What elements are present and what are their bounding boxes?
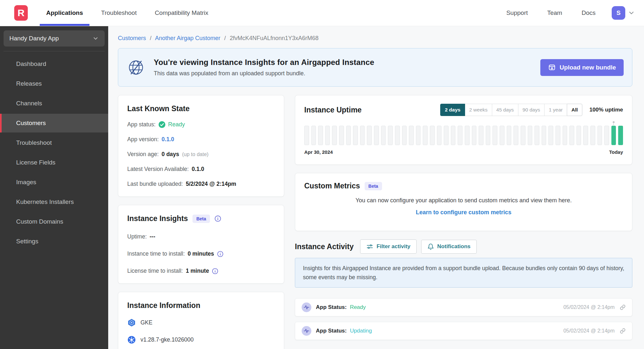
- sidebar-item-customers[interactable]: Customers: [0, 114, 108, 132]
- uptime-bar[interactable]: [514, 126, 518, 145]
- uptime-bar[interactable]: [395, 126, 400, 145]
- app-selector[interactable]: Handy Dandy App: [4, 30, 105, 47]
- uptime-bar[interactable]: [465, 126, 470, 145]
- filter-activity-button[interactable]: Filter activity: [360, 239, 417, 254]
- range-1-year[interactable]: 1 year: [544, 104, 567, 116]
- upload-new-bundle-button[interactable]: Upload new bundle: [540, 59, 624, 76]
- tab-troubleshoot[interactable]: Troubleshoot: [101, 0, 137, 26]
- app-selector-label: Handy Dandy App: [9, 35, 59, 42]
- sidebar-item-channels[interactable]: Channels: [0, 94, 108, 113]
- uptime-bar[interactable]: [402, 126, 407, 145]
- uptime-header: Instance Uptime 2 days 2 weeks 45 days 9…: [304, 104, 623, 116]
- uptime-bar[interactable]: [548, 126, 553, 145]
- content-columns: Last Known State App status: Ready App v…: [118, 95, 632, 349]
- gke-icon: [127, 318, 136, 327]
- breadcrumb-customers[interactable]: Customers: [118, 35, 146, 41]
- range-all[interactable]: All: [567, 104, 582, 116]
- uptime-bar[interactable]: [332, 126, 337, 145]
- uptime-bar[interactable]: [542, 126, 546, 145]
- uptime-bar[interactable]: [388, 126, 393, 145]
- uptime-bar[interactable]: [374, 126, 379, 145]
- beta-badge: Beta: [192, 215, 210, 223]
- uptime-bar[interactable]: [583, 126, 588, 145]
- info-icon[interactable]: [214, 215, 221, 222]
- info-icon[interactable]: [217, 251, 223, 257]
- uptime-bar[interactable]: [563, 126, 567, 145]
- uptime-bar[interactable]: [409, 126, 414, 145]
- uptime-bar[interactable]: [311, 126, 316, 145]
- nav-docs[interactable]: Docs: [582, 9, 596, 16]
- tab-compatibility-matrix[interactable]: Compatibility Matrix: [155, 0, 208, 26]
- tab-applications[interactable]: Applications: [46, 0, 83, 26]
- replicated-logo[interactable]: R: [14, 5, 28, 21]
- sidebar-item-dashboard[interactable]: Dashboard: [0, 55, 108, 73]
- uptime-bar[interactable]: [339, 126, 344, 145]
- uptime-bar[interactable]: [325, 126, 330, 145]
- uptime-bar[interactable]: [346, 126, 351, 145]
- breadcrumb-customer-name[interactable]: Another Airgap Customer: [155, 35, 220, 41]
- uptime-bar[interactable]: [416, 126, 421, 145]
- sidebar-item-license-fields[interactable]: License Fields: [0, 153, 108, 172]
- uptime-bar[interactable]: [569, 126, 574, 145]
- license-install-row: License time to install: 1 minute: [127, 268, 275, 274]
- uptime-axis-labels: Apr 30, 2024 Today: [304, 149, 623, 155]
- nav-team[interactable]: Team: [547, 9, 562, 16]
- uptime-bar[interactable]: [556, 126, 560, 145]
- bell-icon: [427, 243, 434, 250]
- uptime-bar[interactable]: [486, 126, 491, 145]
- uptime-bar[interactable]: [353, 126, 358, 145]
- range-2-days[interactable]: 2 days: [440, 104, 465, 116]
- sidebar-item-settings[interactable]: Settings: [0, 232, 108, 251]
- uptime-bar[interactable]: [458, 126, 462, 145]
- range-90-days[interactable]: 90 days: [518, 104, 545, 116]
- sidebar-item-images[interactable]: Images: [0, 173, 108, 192]
- uptime-bar[interactable]: [423, 126, 428, 145]
- range-45-days[interactable]: 45 days: [492, 104, 518, 116]
- sidebar-item-kubernetes-installers[interactable]: Kubernetes Installers: [0, 193, 108, 211]
- uptime-bar[interactable]: [304, 126, 309, 145]
- activity-row[interactable]: App Status: Updating 05/02/2024 @ 2:14pm: [295, 322, 632, 340]
- permalink-icon[interactable]: [620, 304, 626, 310]
- sidebar-item-custom-domains[interactable]: Custom Domains: [0, 212, 108, 231]
- activity-row[interactable]: App Status: Ready 05/02/2024 @ 2:14pm: [295, 298, 632, 316]
- permalink-icon[interactable]: [620, 328, 626, 334]
- uptime-bar[interactable]: [528, 126, 533, 145]
- range-2-weeks[interactable]: 2 weeks: [465, 104, 492, 116]
- uptime-bar[interactable]: [318, 126, 323, 145]
- uptime-bar[interactable]: [535, 126, 539, 145]
- nav-support[interactable]: Support: [506, 9, 528, 16]
- uptime-bar[interactable]: [451, 126, 456, 145]
- uptime-bar[interactable]: [493, 126, 497, 145]
- sidebar-item-releases[interactable]: Releases: [0, 74, 108, 93]
- uptime-bar[interactable]: [381, 126, 386, 145]
- uptime-bar[interactable]: [611, 126, 616, 145]
- uptime-bar[interactable]: [590, 126, 595, 145]
- chevron-down-icon[interactable]: [628, 9, 635, 16]
- avatar[interactable]: S: [612, 6, 625, 20]
- sidebar-item-troubleshoot[interactable]: Troubleshoot: [0, 133, 108, 152]
- configure-custom-metrics-link[interactable]: Learn to configure custom metrics: [416, 209, 511, 216]
- custom-metrics-body: You can now configure your application t…: [304, 190, 623, 222]
- uptime-bar[interactable]: [444, 126, 449, 145]
- kubernetes-icon: [127, 335, 136, 344]
- uptime-bar[interactable]: [500, 126, 504, 145]
- notifications-button[interactable]: Notifications: [421, 240, 477, 254]
- uptime-bar[interactable]: [437, 126, 442, 145]
- topnav-right: Support Team Docs S: [487, 6, 644, 20]
- airgap-banner: You're viewing Instance Insights for an …: [118, 48, 632, 87]
- uptime-bar[interactable]: [604, 126, 609, 145]
- uptime-bar[interactable]: [430, 126, 435, 145]
- uptime-bar[interactable]: [472, 126, 477, 145]
- uptime-marker-pin: [613, 121, 615, 123]
- info-icon[interactable]: [212, 268, 218, 274]
- banner-subtitle: This data was populated from an uploaded…: [154, 70, 374, 77]
- uptime-bar[interactable]: [479, 126, 483, 145]
- uptime-bar[interactable]: [367, 126, 372, 145]
- uptime-bar[interactable]: [521, 126, 525, 145]
- uptime-bar[interactable]: [576, 126, 581, 145]
- uptime-bar[interactable]: [507, 126, 512, 145]
- uptime-bar[interactable]: [597, 126, 602, 145]
- uptime-bar[interactable]: [360, 126, 365, 145]
- uptime-bar[interactable]: [618, 126, 623, 145]
- app-version-value[interactable]: 0.1.0: [161, 136, 174, 143]
